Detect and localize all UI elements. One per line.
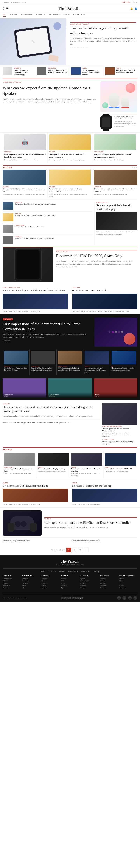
footer-col-item[interactable]: Markets: [100, 582, 118, 584]
footer-col-item[interactable]: Economy: [100, 585, 118, 587]
article-image-2: [49, 134, 91, 150]
footer-col-item[interactable]: Wearables: [3, 585, 21, 587]
tab-all[interactable]: All: [3, 14, 6, 17]
page-btn-2[interactable]: 2: [72, 548, 77, 552]
footer-col-item[interactable]: TV: [119, 582, 137, 584]
footer-col-item[interactable]: Smartphones: [3, 578, 21, 580]
date-label: Wednesday, 31 October 2018: [3, 1, 26, 3]
footer-col-item[interactable]: Previews: [42, 582, 60, 584]
lower-article-image-3: [71, 453, 102, 466]
subscribe-link[interactable]: Subscribe: [122, 1, 130, 3]
dark-card-sub-1: Review: [4, 396, 45, 397]
page-btn-next[interactable]: →: [84, 548, 89, 552]
footer-col-item[interactable]: Android: [61, 578, 79, 580]
cyber-side-title2: Should I buy at the new iPad before dent…: [102, 441, 137, 445]
footer-col-item[interactable]: Space: [80, 578, 98, 580]
footer-col-item[interactable]: Cloud: [22, 585, 40, 587]
list-title: Before your first flight with a drone yo…: [15, 203, 56, 206]
twitter-icon[interactable]: t: [122, 596, 126, 600]
dark-card-3: News Latest: [94, 378, 137, 398]
list-item: Lifestyle The box holds creating organiz…: [92, 169, 137, 197]
tab-computers[interactable]: Computers: [21, 14, 32, 17]
hero-image: ✎: [0, 19, 66, 65]
footer-col-mobile: Mobile Android iOS Apps Networks Tips: [61, 575, 79, 589]
signin-link[interactable]: Sign In: [132, 1, 137, 3]
search-icon[interactable]: ⚲: [3, 7, 5, 10]
list-item: Social Media Mark Zuckerberg issued upda…: [92, 132, 137, 163]
menu-icon[interactable]: ☰: [6, 7, 8, 10]
linkedin-icon[interactable]: in: [128, 596, 132, 600]
google-home-excerpt: Fusce eget nisl nec enim porttitor lacin…: [3, 98, 98, 103]
footer-col-item[interactable]: Apps: [61, 582, 79, 584]
lower-article-title-3: Review: Apple AirPods Pro with wireless …: [71, 468, 102, 472]
footer-col-item[interactable]: Security: [22, 582, 40, 584]
footer-col-item[interactable]: Physics: [80, 585, 98, 587]
footer-col-item[interactable]: Software: [22, 578, 40, 580]
small-title-2: Dell Launches new XPS 15 laptop with 4K …: [48, 69, 68, 73]
cyber-section: Security Hologram released a shadow comp…: [0, 401, 140, 447]
tab-audio[interactable]: Audio: [63, 14, 69, 17]
small-cat-3: Mobile: [82, 67, 102, 69]
article-image-1: 🤖: [4, 134, 46, 150]
hero-excerpt: Lorem ipsum dolor sit amet, consectetur …: [70, 37, 136, 45]
controller-title: Getting the most out of the PlayStation …: [44, 520, 137, 525]
death-category: Computing: [72, 287, 138, 288]
footer-col-item[interactable]: Music: [119, 580, 137, 582]
footer-title: The Paladin: [3, 559, 137, 564]
footer-col-item[interactable]: Podcasts: [119, 587, 137, 589]
footer-col-item[interactable]: Reviews: [42, 578, 60, 580]
retro-hero-image: 👾 👿 👽 👾 👽: [94, 317, 137, 347]
list-title: Review: 5 best iPhone 7 cases for maximu…: [15, 237, 54, 240]
footer-link-privacy[interactable]: Privacy Policy: [68, 570, 78, 572]
tab-smarthome[interactable]: Smart Home: [73, 14, 85, 17]
footer-col-title-science: Science: [80, 575, 98, 577]
article-title-2: What you should know before investing in…: [49, 153, 91, 158]
footer-col-item[interactable]: Finance: [100, 578, 118, 580]
footer-col-item[interactable]: Books: [119, 585, 137, 587]
footer-col-item[interactable]: Laptops: [3, 582, 21, 584]
retro-hero: Top Story First impressions of the Inter…: [3, 317, 137, 347]
ai-image: [3, 293, 68, 309]
tab-phones[interactable]: Phones: [10, 14, 17, 17]
lower-article-image-4: [105, 453, 136, 466]
footer-col-item[interactable]: Health: [80, 582, 98, 584]
list-item: Smart Home Review Apple HomePod Virtual …: [3, 224, 92, 235]
retro-item-title-1: Oil finally down for the last time due t…: [4, 367, 28, 371]
user-icon[interactable]: 👤: [135, 7, 137, 10]
page-btn-1[interactable]: 1: [67, 548, 71, 552]
reviews-more[interactable]: More →: [132, 166, 137, 168]
appstore-badge[interactable]: App Store: [61, 596, 71, 599]
footer-col-item[interactable]: Tablets: [3, 580, 21, 582]
page-btn-3[interactable]: 3: [78, 548, 83, 552]
googleplay-badge[interactable]: Google Play: [72, 596, 83, 599]
small-title-3: Samsung announces Galaxy S10 with triple…: [82, 69, 102, 76]
tab-wearables[interactable]: Wearables: [49, 14, 60, 17]
footer-link-sitemap[interactable]: Sitemap: [94, 570, 99, 572]
footer-link-terms[interactable]: Terms of Use: [81, 570, 90, 572]
tab-cameras[interactable]: Cameras: [36, 14, 45, 17]
footer-col-item[interactable]: Guides: [42, 585, 60, 587]
facebook-icon[interactable]: f: [117, 596, 121, 600]
footer-col-item[interactable]: iOS: [61, 580, 79, 582]
footer-col-item[interactable]: Careers: [100, 587, 118, 589]
footer-col-item[interactable]: eSports: [42, 587, 60, 589]
footer-col-item[interactable]: Hardware: [22, 580, 40, 582]
footer-link-contact[interactable]: Contact Us: [48, 570, 56, 572]
pokemon-title: Pokemon Go: Ally go & AlliancePhillamine: [3, 539, 69, 542]
youtube-icon[interactable]: ▶: [133, 596, 137, 600]
footer-col-item[interactable]: Cameras: [3, 587, 21, 589]
footer-link-about[interactable]: About: [41, 570, 45, 572]
footer-col-item[interactable]: News: [42, 580, 60, 582]
retro-item-title-2: Ring & Robins Our headphone styling comp…: [31, 367, 55, 371]
notification-icon[interactable]: 🔔: [130, 7, 133, 10]
footer-col-item[interactable]: Movies: [119, 578, 137, 580]
list-cat: Gadgets: [15, 202, 56, 203]
footer-col-item[interactable]: Startups: [100, 580, 118, 582]
footer-col-item[interactable]: Networks: [61, 585, 79, 587]
footer-col-item[interactable]: Biology: [80, 587, 98, 589]
footer-col-item[interactable]: Tips: [61, 587, 79, 589]
lower-article-title-4: Review: Netline E-Smoke MAS G99: [105, 468, 136, 470]
footer-col-item[interactable]: AI: [22, 587, 40, 589]
footer-col-item[interactable]: Environment: [80, 580, 98, 582]
footer-link-advertise[interactable]: Advertise: [59, 570, 65, 572]
